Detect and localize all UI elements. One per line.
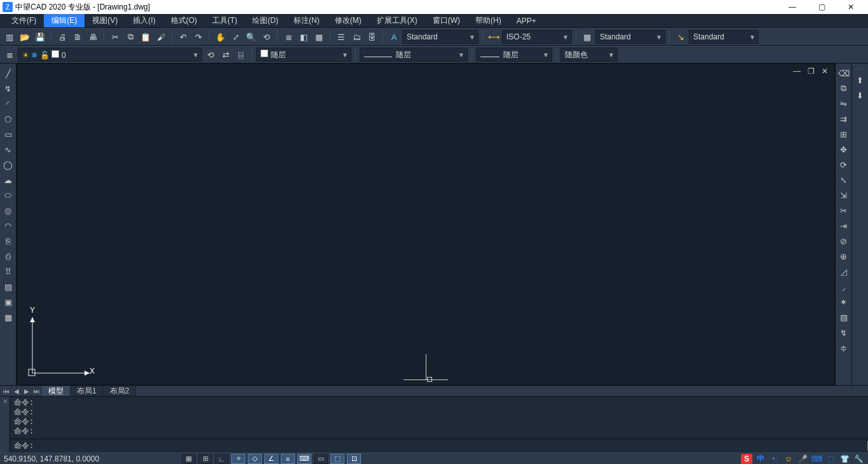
command-resize-grip[interactable]: ✕ [0,397,10,453]
menu-修改[interactable]: 修改(M) [327,14,369,27]
minimize-button[interactable]: — [778,0,807,14]
circle-icon[interactable]: ◯ [1,158,15,172]
stretch-icon[interactable]: ⇲ [837,188,851,202]
plotstyle-dropdown[interactable]: 随颜色▼ [560,48,618,62]
cloud-icon[interactable]: ☁ [1,173,15,187]
mdi-restore-button[interactable]: ❐ [805,67,817,76]
mdi-close-button[interactable]: ✕ [819,67,831,76]
layout-tab-1[interactable]: 布局1 [71,386,104,396]
table-tool-icon[interactable]: ▦ [1,310,15,324]
ime-punct-icon[interactable]: •, [769,454,780,464]
dyn-icon[interactable]: ⌨ [297,454,311,464]
point-icon[interactable]: ⠿ [1,264,15,278]
tool-palette-icon[interactable]: 🗄 [365,30,379,44]
move-icon[interactable]: ✥ [837,142,851,156]
drawing-canvas[interactable]: — ❐ ✕ X Y [17,64,834,385]
edit-polyline-icon[interactable]: ↯ [837,325,851,339]
edit-hatch-icon[interactable]: ▨ [837,310,851,324]
trim-icon[interactable]: ✂ [837,203,851,217]
mirror-icon[interactable]: ⇋ [837,97,851,111]
zoom-window-icon[interactable]: 🔍 [244,30,258,44]
ortho-icon[interactable]: ∟ [215,454,229,464]
otrack-icon[interactable]: ∠ [264,454,278,464]
layer-previous-icon[interactable]: ⟲ [203,48,217,62]
menu-标注[interactable]: 标注(N) [286,14,327,27]
draworder-back-icon[interactable]: ⬇ [853,88,867,102]
lineweight-dropdown[interactable]: 随层▼ [476,48,552,62]
layer-properties-icon[interactable]: ≣ [3,48,17,62]
lwt-icon[interactable]: ≡ [281,454,295,464]
menu-扩展工具[interactable]: 扩展工具(X) [369,14,425,27]
color-dropdown[interactable]: 随层▼ [256,48,351,62]
sc-icon[interactable]: ⊡ [347,454,361,464]
menu-绘图[interactable]: 绘图(D) [245,14,286,27]
print-preview-icon[interactable]: 🗎 [71,30,85,44]
layout-tab-0[interactable]: 模型 [42,386,71,396]
dim-style-icon[interactable]: ⟷ [487,30,501,44]
pan-icon[interactable]: ✋ [214,30,227,44]
ime-keyboard-icon[interactable]: ⌨ [811,454,822,464]
align-icon[interactable]: ≑ [837,341,851,355]
maximize-button[interactable]: ▢ [807,0,836,14]
menu-编辑[interactable]: 编辑(E) [44,14,85,27]
chamfer-icon[interactable]: ◿ [837,264,851,278]
menu-窗口[interactable]: 窗口(W) [425,14,468,27]
ime-voice-icon[interactable]: 🎤 [797,454,808,464]
model-icon[interactable]: ▭ [314,454,328,464]
spline-icon[interactable]: ∿ [1,142,15,156]
ime-person-icon[interactable]: 👕 [839,454,850,464]
rectangle-icon[interactable]: ▭ [1,127,15,141]
save-icon[interactable]: 💾 [33,30,47,44]
line-icon[interactable]: ╱ [1,66,15,80]
polar-icon[interactable]: ✧ [231,454,245,464]
menu-视图[interactable]: 视图(V) [85,14,125,27]
menu-格式[interactable]: 格式(O) [163,14,205,27]
mleader-style-dropdown[interactable]: Standard▼ [689,30,759,44]
join-icon[interactable]: ⊕ [837,249,851,263]
fillet-icon[interactable]: ◞ [837,280,851,294]
qp-icon[interactable]: ⬚ [330,454,344,464]
polygon-icon[interactable]: ⬠ [1,112,15,126]
ellipse-arc-icon[interactable]: ◠ [1,219,15,233]
table-style-dropdown[interactable]: Standard▼ [595,30,665,44]
paste-icon[interactable]: 📋 [139,30,153,44]
match-prop-icon[interactable]: 🖌 [154,30,168,44]
tab-nav-3[interactable]: ⏭ [32,386,42,396]
dim-style-dropdown[interactable]: ISO-25▼ [502,30,572,44]
redo-icon[interactable]: ↷ [191,30,205,44]
text-style-dropdown[interactable]: Standard▼ [402,30,478,44]
menu-app+[interactable]: APP+ [509,14,544,27]
copy-icon[interactable]: ⧉ [123,30,137,44]
layer-match-icon[interactable]: ⇄ [219,48,233,62]
layer-states-icon[interactable]: ⌸ [234,48,248,62]
erase-icon[interactable]: ⌫ [837,66,851,80]
osnap-icon[interactable]: ◇ [248,454,262,464]
tab-nav-0[interactable]: ⏮ [1,386,11,396]
mdi-minimize-button[interactable]: — [791,67,803,76]
cut-icon[interactable]: ✂ [108,30,122,44]
break-icon[interactable]: ⊘ [837,234,851,248]
block-icon[interactable]: ◧ [297,30,311,44]
menu-插入[interactable]: 插入(I) [125,14,163,27]
block-insert-icon[interactable]: ⎘ [1,234,15,248]
snap-icon[interactable]: ⊞ [198,454,212,464]
ellipse-icon[interactable]: ⬭ [1,188,15,202]
extend-icon[interactable]: ⇥ [837,219,851,233]
table-style-icon[interactable]: ▦ [580,30,594,44]
zoom-previous-icon[interactable]: ⟲ [259,30,273,44]
ime-skin-icon[interactable]: ⬚ [825,454,836,464]
region-icon[interactable]: ▣ [1,295,15,309]
polyline-icon[interactable]: ↯ [1,81,15,95]
design-center-icon[interactable]: 🗂 [349,30,363,44]
layout-tab-2[interactable]: 布局2 [104,386,137,396]
menu-帮助[interactable]: 帮助(H) [468,14,509,27]
make-block-icon[interactable]: ⎙ [1,249,15,263]
ime-emoji-icon[interactable]: ☺ [783,454,794,464]
grid-icon[interactable]: ▦ [182,454,196,464]
offset-icon[interactable]: ⇉ [837,112,851,126]
layer-manager-icon[interactable]: ≣ [281,30,295,44]
new-icon[interactable]: ▥ [3,30,17,44]
mleader-style-icon[interactable]: ↘ [674,30,688,44]
tab-nav-1[interactable]: ◀ [11,386,22,396]
properties-icon[interactable]: ☰ [334,30,348,44]
